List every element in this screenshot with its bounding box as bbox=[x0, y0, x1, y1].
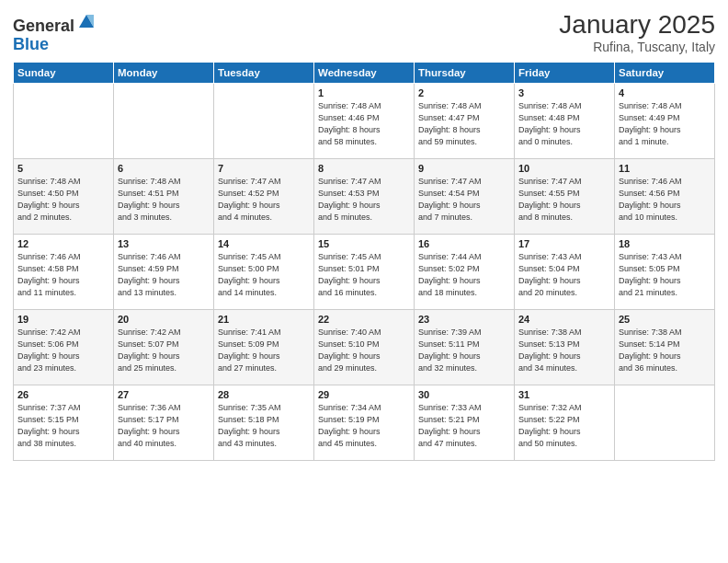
day-number: 23 bbox=[418, 314, 510, 325]
day-info: Sunrise: 7:47 AM Sunset: 4:53 PM Dayligh… bbox=[318, 176, 410, 224]
day-number: 26 bbox=[17, 389, 109, 400]
table-cell: 7Sunrise: 7:47 AM Sunset: 4:52 PM Daylig… bbox=[214, 158, 314, 234]
day-number: 29 bbox=[318, 389, 410, 400]
logo-icon bbox=[76, 11, 97, 31]
table-cell: 6Sunrise: 7:48 AM Sunset: 4:51 PM Daylig… bbox=[114, 158, 214, 234]
table-cell: 23Sunrise: 7:39 AM Sunset: 5:11 PM Dayli… bbox=[415, 309, 515, 385]
table-cell: 30Sunrise: 7:33 AM Sunset: 5:21 PM Dayli… bbox=[415, 385, 515, 460]
header-monday: Monday bbox=[114, 62, 214, 83]
table-cell: 16Sunrise: 7:44 AM Sunset: 5:02 PM Dayli… bbox=[415, 234, 515, 309]
day-info: Sunrise: 7:36 AM Sunset: 5:17 PM Dayligh… bbox=[118, 402, 210, 450]
table-cell: 1Sunrise: 7:48 AM Sunset: 4:46 PM Daylig… bbox=[314, 83, 415, 158]
table-cell bbox=[114, 83, 214, 158]
day-number: 21 bbox=[218, 314, 310, 325]
day-number: 5 bbox=[17, 163, 109, 174]
day-number: 30 bbox=[418, 389, 510, 400]
day-info: Sunrise: 7:35 AM Sunset: 5:18 PM Dayligh… bbox=[218, 402, 310, 450]
week-row-1: 5Sunrise: 7:48 AM Sunset: 4:50 PM Daylig… bbox=[14, 158, 715, 234]
day-number: 13 bbox=[118, 238, 210, 249]
day-number: 16 bbox=[418, 238, 510, 249]
day-number: 6 bbox=[118, 163, 210, 174]
logo: General Blue bbox=[13, 11, 97, 54]
header-thursday: Thursday bbox=[415, 62, 515, 83]
logo-blue: Blue bbox=[13, 35, 49, 53]
table-cell: 29Sunrise: 7:34 AM Sunset: 5:19 PM Dayli… bbox=[314, 385, 415, 460]
table-cell: 10Sunrise: 7:47 AM Sunset: 4:55 PM Dayli… bbox=[515, 158, 615, 234]
calendar-title: January 2025 bbox=[559, 11, 715, 40]
day-info: Sunrise: 7:38 AM Sunset: 5:14 PM Dayligh… bbox=[619, 327, 711, 374]
day-number: 22 bbox=[318, 314, 410, 325]
day-number: 7 bbox=[218, 163, 310, 174]
logo-general: General bbox=[13, 17, 74, 35]
day-number: 4 bbox=[619, 87, 711, 98]
table-cell: 17Sunrise: 7:43 AM Sunset: 5:04 PM Dayli… bbox=[515, 234, 615, 309]
table-cell: 3Sunrise: 7:48 AM Sunset: 4:48 PM Daylig… bbox=[515, 83, 615, 158]
table-cell: 31Sunrise: 7:32 AM Sunset: 5:22 PM Dayli… bbox=[515, 385, 615, 460]
header-sunday: Sunday bbox=[14, 62, 114, 83]
day-info: Sunrise: 7:41 AM Sunset: 5:09 PM Dayligh… bbox=[218, 327, 310, 374]
day-info: Sunrise: 7:39 AM Sunset: 5:11 PM Dayligh… bbox=[418, 327, 510, 374]
table-cell: 18Sunrise: 7:43 AM Sunset: 5:05 PM Dayli… bbox=[615, 234, 715, 309]
day-info: Sunrise: 7:32 AM Sunset: 5:22 PM Dayligh… bbox=[518, 402, 610, 450]
day-info: Sunrise: 7:43 AM Sunset: 5:05 PM Dayligh… bbox=[619, 251, 711, 299]
day-number: 14 bbox=[218, 238, 310, 249]
title-block: January 2025 Rufina, Tuscany, Italy bbox=[559, 11, 715, 54]
day-info: Sunrise: 7:45 AM Sunset: 5:01 PM Dayligh… bbox=[318, 251, 410, 299]
table-cell: 27Sunrise: 7:36 AM Sunset: 5:17 PM Dayli… bbox=[114, 385, 214, 460]
table-cell: 22Sunrise: 7:40 AM Sunset: 5:10 PM Dayli… bbox=[314, 309, 415, 385]
calendar-subtitle: Rufina, Tuscany, Italy bbox=[559, 40, 715, 54]
week-row-3: 19Sunrise: 7:42 AM Sunset: 5:06 PM Dayli… bbox=[14, 309, 715, 385]
day-info: Sunrise: 7:47 AM Sunset: 4:55 PM Dayligh… bbox=[518, 176, 610, 224]
week-row-0: 1Sunrise: 7:48 AM Sunset: 4:46 PM Daylig… bbox=[14, 83, 715, 158]
day-info: Sunrise: 7:48 AM Sunset: 4:50 PM Dayligh… bbox=[17, 176, 109, 224]
table-cell: 20Sunrise: 7:42 AM Sunset: 5:07 PM Dayli… bbox=[114, 309, 214, 385]
day-number: 27 bbox=[118, 389, 210, 400]
day-info: Sunrise: 7:47 AM Sunset: 4:54 PM Dayligh… bbox=[418, 176, 510, 224]
calendar-table: Sunday Monday Tuesday Wednesday Thursday… bbox=[13, 62, 715, 461]
day-number: 11 bbox=[619, 163, 711, 174]
day-number: 20 bbox=[118, 314, 210, 325]
header-tuesday: Tuesday bbox=[214, 62, 314, 83]
header: General Blue January 2025 Rufina, Tuscan… bbox=[13, 11, 715, 54]
day-number: 15 bbox=[318, 238, 410, 249]
day-info: Sunrise: 7:48 AM Sunset: 4:46 PM Dayligh… bbox=[318, 100, 410, 148]
page: General Blue January 2025 Rufina, Tuscan… bbox=[0, 0, 728, 563]
day-number: 9 bbox=[418, 163, 510, 174]
table-cell: 9Sunrise: 7:47 AM Sunset: 4:54 PM Daylig… bbox=[415, 158, 515, 234]
day-number: 2 bbox=[418, 87, 510, 98]
header-saturday: Saturday bbox=[615, 62, 715, 83]
day-info: Sunrise: 7:37 AM Sunset: 5:15 PM Dayligh… bbox=[17, 402, 109, 450]
table-cell bbox=[214, 83, 314, 158]
table-cell: 24Sunrise: 7:38 AM Sunset: 5:13 PM Dayli… bbox=[515, 309, 615, 385]
table-cell: 15Sunrise: 7:45 AM Sunset: 5:01 PM Dayli… bbox=[314, 234, 415, 309]
day-number: 1 bbox=[318, 87, 410, 98]
table-cell: 2Sunrise: 7:48 AM Sunset: 4:47 PM Daylig… bbox=[415, 83, 515, 158]
day-number: 25 bbox=[619, 314, 711, 325]
table-cell: 8Sunrise: 7:47 AM Sunset: 4:53 PM Daylig… bbox=[314, 158, 415, 234]
day-number: 17 bbox=[518, 238, 610, 249]
table-cell: 4Sunrise: 7:48 AM Sunset: 4:49 PM Daylig… bbox=[615, 83, 715, 158]
day-info: Sunrise: 7:40 AM Sunset: 5:10 PM Dayligh… bbox=[318, 327, 410, 374]
day-number: 10 bbox=[518, 163, 610, 174]
day-number: 12 bbox=[17, 238, 109, 249]
week-row-4: 26Sunrise: 7:37 AM Sunset: 5:15 PM Dayli… bbox=[14, 385, 715, 460]
table-cell: 12Sunrise: 7:46 AM Sunset: 4:58 PM Dayli… bbox=[14, 234, 114, 309]
day-info: Sunrise: 7:48 AM Sunset: 4:47 PM Dayligh… bbox=[418, 100, 510, 148]
table-cell: 19Sunrise: 7:42 AM Sunset: 5:06 PM Dayli… bbox=[14, 309, 114, 385]
day-info: Sunrise: 7:45 AM Sunset: 5:00 PM Dayligh… bbox=[218, 251, 310, 299]
day-info: Sunrise: 7:48 AM Sunset: 4:48 PM Dayligh… bbox=[518, 100, 610, 148]
day-number: 28 bbox=[218, 389, 310, 400]
day-info: Sunrise: 7:46 AM Sunset: 4:58 PM Dayligh… bbox=[17, 251, 109, 299]
table-cell bbox=[615, 385, 715, 460]
table-cell: 21Sunrise: 7:41 AM Sunset: 5:09 PM Dayli… bbox=[214, 309, 314, 385]
day-info: Sunrise: 7:42 AM Sunset: 5:06 PM Dayligh… bbox=[17, 327, 109, 374]
day-info: Sunrise: 7:43 AM Sunset: 5:04 PM Dayligh… bbox=[518, 251, 610, 299]
table-cell: 25Sunrise: 7:38 AM Sunset: 5:14 PM Dayli… bbox=[615, 309, 715, 385]
day-number: 3 bbox=[518, 87, 610, 98]
day-number: 18 bbox=[619, 238, 711, 249]
table-cell bbox=[14, 83, 114, 158]
day-number: 19 bbox=[17, 314, 109, 325]
header-friday: Friday bbox=[515, 62, 615, 83]
calendar-header-row: Sunday Monday Tuesday Wednesday Thursday… bbox=[14, 62, 715, 83]
day-info: Sunrise: 7:38 AM Sunset: 5:13 PM Dayligh… bbox=[518, 327, 610, 374]
